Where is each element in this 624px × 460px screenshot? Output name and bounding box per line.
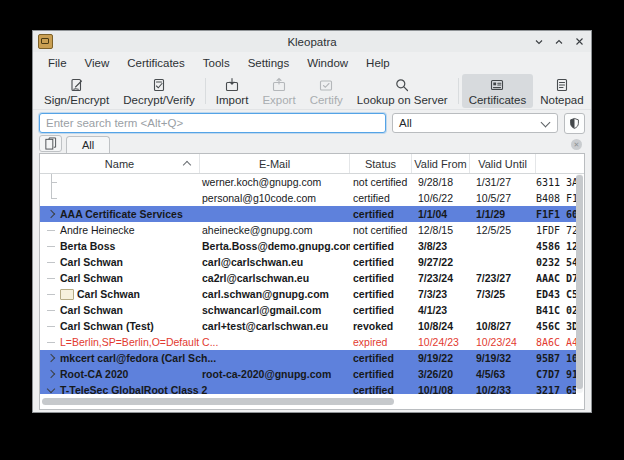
cell-valid-from: 7/23/24	[412, 272, 470, 284]
table-row[interactable]: AAA Certificate Services certified 1/1/0…	[40, 206, 576, 222]
tree-indicator-icon[interactable]	[44, 286, 60, 302]
cell-email: Berta.Boss@demo.gnupg.com	[200, 240, 350, 252]
cell-keyid: B41C 02	[536, 305, 576, 316]
toolbar-separator	[458, 78, 459, 104]
table-row[interactable]: Carl Schwan (Test) carl+test@carlschwan.…	[40, 318, 576, 334]
cell-email: aheinecke@gnupg.com	[200, 224, 350, 236]
table-row[interactable]: personal@g10code.com certified 10/6/22 1…	[40, 190, 576, 206]
cell-status: certified	[350, 208, 412, 220]
cell-valid-until: 7/23/27	[470, 272, 536, 284]
close-button[interactable]	[573, 36, 585, 48]
search-input[interactable]: Enter search term <Alt+Q>	[39, 113, 386, 133]
table-row[interactable]: Berta Boss Berta.Boss@demo.gnupg.com cer…	[40, 238, 576, 254]
chevron-down-icon	[534, 38, 544, 46]
vertical-scrollbar[interactable]	[576, 174, 583, 393]
table-row[interactable]: Andre Heinecke aheinecke@gnupg.com not c…	[40, 222, 576, 238]
cell-email: root-ca-2020@gnupg.com	[200, 368, 350, 380]
cell-name: Andre Heinecke	[60, 224, 135, 236]
menu-item-settings[interactable]: Settings	[239, 55, 299, 71]
cell-valid-until: 1/1/29	[470, 208, 536, 220]
notepad-view-button[interactable]: Notepad	[533, 74, 590, 108]
toolbar: Sign/Encrypt Decrypt/Verify Import Expor…	[33, 73, 591, 110]
maximize-button[interactable]	[553, 36, 565, 48]
tree-indicator-icon[interactable]	[44, 350, 60, 366]
sort-ascending-icon	[183, 161, 191, 169]
table-row[interactable]: L=Berlin,SP=Berlin,O=Default C... expire…	[40, 334, 576, 350]
import-button[interactable]: Import	[209, 74, 256, 108]
tree-indicator-icon[interactable]	[44, 270, 60, 286]
tree-indicator-icon[interactable]	[44, 206, 60, 222]
certificates-icon	[489, 77, 505, 93]
cell-valid-until: 10/5/27	[470, 192, 536, 204]
tree-indicator-icon[interactable]	[44, 222, 60, 238]
cell-name: Carl Schwan	[60, 304, 123, 316]
certify-icon	[318, 77, 334, 93]
tab-bar: All ✕	[33, 136, 591, 153]
cell-keyid: B408 F1	[536, 193, 576, 204]
horizontal-scrollbar[interactable]	[40, 394, 584, 409]
cell-keyid: 8A6C A4	[536, 337, 576, 348]
new-tab-page-icon	[44, 137, 57, 150]
new-tab-button[interactable]	[39, 135, 62, 152]
smartcards-view-button[interactable]: Smartcards	[591, 74, 592, 108]
table-row[interactable]: Carl Schwan carl.schwan@gnupg.com certif…	[40, 286, 576, 302]
cell-status: not certified	[350, 176, 412, 188]
export-button[interactable]: Export	[255, 74, 302, 108]
titlebar[interactable]: Kleopatra	[33, 31, 591, 52]
minimize-button[interactable]	[533, 36, 545, 48]
menu-item-file[interactable]: File	[39, 55, 76, 71]
menu-item-certificates[interactable]: Certificates	[118, 55, 194, 71]
cell-valid-from: 4/1/23	[412, 304, 470, 316]
certify-filter-button[interactable]	[564, 113, 585, 134]
tree-indicator-icon[interactable]	[44, 254, 60, 270]
cell-valid-until: 10/8/27	[470, 320, 536, 332]
column-header-valid-from[interactable]: Valid From	[412, 154, 470, 173]
certificates-view-button[interactable]: Certificates	[462, 74, 534, 108]
vertical-scrollbar-thumb[interactable]	[576, 175, 583, 389]
cell-valid-from: 10/6/22	[412, 192, 470, 204]
tree-indicator-icon[interactable]	[44, 302, 60, 318]
cell-status: expired	[350, 336, 412, 348]
chevron-down-icon	[541, 118, 551, 128]
table-row[interactable]: Carl Schwan ca2rl@carlschwan.eu certifie…	[40, 270, 576, 286]
sign-encrypt-button[interactable]: Sign/Encrypt	[37, 74, 116, 108]
decrypt-verify-icon	[151, 77, 167, 93]
cell-keyid: 6311 3A	[536, 177, 576, 188]
menu-item-help[interactable]: Help	[357, 55, 399, 71]
table-row[interactable]: Carl Schwan schwancarl@gmail.com certifi…	[40, 302, 576, 318]
table-row[interactable]: Root-CA 2020 root-ca-2020@gnupg.com cert…	[40, 366, 576, 382]
column-header-name[interactable]: Name	[40, 154, 200, 173]
tree-indicator-icon[interactable]	[44, 382, 60, 394]
tree-indicator-icon[interactable]	[44, 318, 60, 334]
cell-name: Carl Schwan (Test)	[60, 320, 154, 332]
tree-indicator-icon[interactable]	[44, 174, 60, 190]
decrypt-verify-button[interactable]: Decrypt/Verify	[116, 74, 202, 108]
filter-dropdown[interactable]: All	[392, 113, 558, 133]
menu-item-window[interactable]: Window	[298, 55, 357, 71]
table-row[interactable]: werner.koch@gnupg.com not certified 9/28…	[40, 174, 576, 190]
tree-indicator-icon[interactable]	[44, 334, 60, 350]
column-header-valid-until[interactable]: Valid Until	[470, 154, 536, 173]
cell-keyid: 4586 12	[536, 241, 576, 252]
tree-indicator-icon[interactable]	[44, 366, 60, 382]
column-header-status[interactable]: Status	[350, 154, 412, 173]
cell-email: personal@g10code.com	[200, 192, 350, 204]
window-title: Kleopatra	[33, 36, 591, 48]
menu-item-tools[interactable]: Tools	[194, 55, 239, 71]
table-row[interactable]: T-TeleSec GlobalRoot Class 2 certified 1…	[40, 382, 576, 394]
table-row[interactable]: mkcert carl@fedora (Carl Sch... certifie…	[40, 350, 576, 366]
lookup-on-server-button[interactable]: Lookup on Server	[350, 74, 455, 108]
tree-indicator-icon[interactable]	[44, 190, 60, 206]
cell-valid-from: 12/8/15	[412, 224, 470, 236]
cell-valid-from: 1/1/04	[412, 208, 470, 220]
tree-indicator-icon[interactable]	[44, 238, 60, 254]
column-header-email[interactable]: E-Mail	[200, 154, 350, 173]
tab-all[interactable]: All	[66, 136, 110, 153]
table-row[interactable]: Carl Schwan carl@carlschwan.eu certified…	[40, 254, 576, 270]
column-header-keyid[interactable]	[536, 154, 576, 173]
menu-item-view[interactable]: View	[76, 55, 119, 71]
horizontal-scrollbar-thumb[interactable]	[42, 398, 394, 405]
cell-keyid: 95B7 10	[536, 353, 576, 364]
certify-button[interactable]: Certify	[303, 74, 350, 108]
close-tab-button[interactable]: ✕	[571, 139, 582, 150]
